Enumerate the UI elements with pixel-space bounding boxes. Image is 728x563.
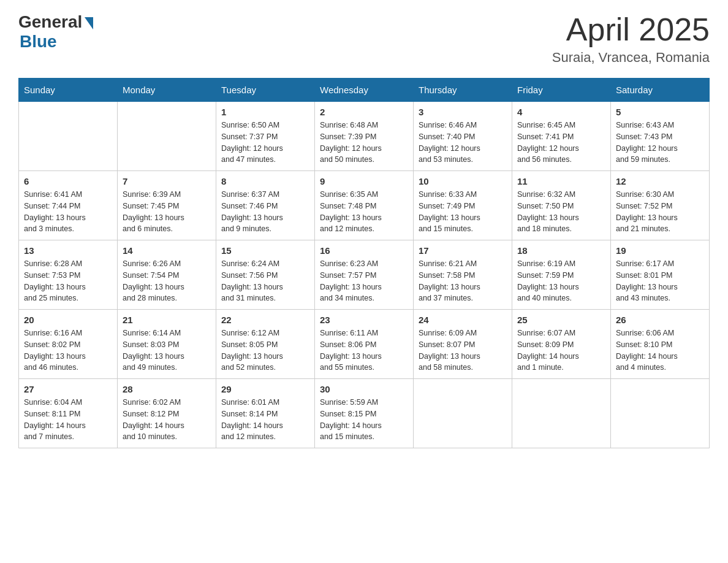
day-number: 5 [616, 107, 704, 117]
calendar-cell: 18Sunrise: 6:19 AMSunset: 7:59 PMDayligh… [512, 240, 611, 310]
day-number: 8 [221, 176, 309, 186]
day-number: 9 [320, 176, 408, 186]
day-number: 30 [320, 384, 408, 394]
day-number: 29 [221, 384, 309, 394]
calendar-header-friday: Friday [512, 79, 611, 102]
day-info: Sunrise: 5:59 AMSunset: 8:15 PMDaylight:… [320, 397, 408, 443]
day-info: Sunrise: 6:32 AMSunset: 7:50 PMDaylight:… [517, 189, 605, 235]
day-number: 15 [221, 245, 309, 256]
calendar-cell [414, 379, 512, 448]
calendar-cell: 6Sunrise: 6:41 AMSunset: 7:44 PMDaylight… [19, 171, 118, 240]
day-info: Sunrise: 6:02 AMSunset: 8:12 PMDaylight:… [123, 397, 211, 443]
day-info: Sunrise: 6:45 AMSunset: 7:41 PMDaylight:… [517, 120, 605, 166]
calendar-cell [512, 379, 611, 448]
day-info: Sunrise: 6:26 AMSunset: 7:54 PMDaylight:… [123, 258, 211, 304]
day-number: 27 [24, 384, 112, 394]
calendar-cell: 3Sunrise: 6:46 AMSunset: 7:40 PMDaylight… [414, 102, 512, 171]
calendar-cell: 28Sunrise: 6:02 AMSunset: 8:12 PMDayligh… [118, 379, 216, 448]
calendar-cell: 12Sunrise: 6:30 AMSunset: 7:52 PMDayligh… [611, 171, 710, 240]
day-number: 1 [221, 107, 309, 117]
calendar-header-monday: Monday [118, 79, 216, 102]
calendar-cell: 25Sunrise: 6:07 AMSunset: 8:09 PMDayligh… [512, 310, 611, 379]
calendar-header-wednesday: Wednesday [315, 79, 414, 102]
calendar-cell [118, 102, 216, 171]
calendar-cell [19, 102, 118, 171]
calendar-header-saturday: Saturday [611, 79, 710, 102]
calendar-header-row: SundayMondayTuesdayWednesdayThursdayFrid… [19, 79, 710, 102]
location-text: Suraia, Vrancea, Romania [552, 50, 710, 66]
calendar-cell [611, 379, 710, 448]
day-info: Sunrise: 6:04 AMSunset: 8:11 PMDaylight:… [24, 397, 112, 443]
day-info: Sunrise: 6:19 AMSunset: 7:59 PMDaylight:… [517, 258, 605, 304]
calendar-cell: 21Sunrise: 6:14 AMSunset: 8:03 PMDayligh… [118, 310, 216, 379]
calendar-header-tuesday: Tuesday [216, 79, 315, 102]
day-info: Sunrise: 6:48 AMSunset: 7:39 PMDaylight:… [320, 120, 408, 166]
day-info: Sunrise: 6:24 AMSunset: 7:56 PMDaylight:… [221, 258, 309, 304]
calendar-cell: 19Sunrise: 6:17 AMSunset: 8:01 PMDayligh… [611, 240, 710, 310]
day-number: 26 [616, 315, 704, 325]
day-number: 14 [123, 245, 211, 256]
calendar-cell: 26Sunrise: 6:06 AMSunset: 8:10 PMDayligh… [611, 310, 710, 379]
day-number: 21 [123, 315, 211, 325]
day-info: Sunrise: 6:50 AMSunset: 7:37 PMDaylight:… [221, 120, 309, 166]
day-number: 13 [24, 245, 112, 256]
calendar-cell: 23Sunrise: 6:11 AMSunset: 8:06 PMDayligh… [315, 310, 414, 379]
calendar-cell: 22Sunrise: 6:12 AMSunset: 8:05 PMDayligh… [216, 310, 315, 379]
calendar-cell: 1Sunrise: 6:50 AMSunset: 7:37 PMDaylight… [216, 102, 315, 171]
calendar-cell: 11Sunrise: 6:32 AMSunset: 7:50 PMDayligh… [512, 171, 611, 240]
day-number: 16 [320, 245, 408, 256]
logo-general-text: General [18, 12, 82, 32]
logo-arrow-icon [85, 17, 93, 29]
calendar-cell: 10Sunrise: 6:33 AMSunset: 7:49 PMDayligh… [414, 171, 512, 240]
day-number: 6 [24, 176, 112, 186]
day-info: Sunrise: 6:11 AMSunset: 8:06 PMDaylight:… [320, 327, 408, 373]
calendar-cell: 7Sunrise: 6:39 AMSunset: 7:45 PMDaylight… [118, 171, 216, 240]
calendar-cell: 15Sunrise: 6:24 AMSunset: 7:56 PMDayligh… [216, 240, 315, 310]
day-info: Sunrise: 6:30 AMSunset: 7:52 PMDaylight:… [616, 189, 704, 235]
day-number: 12 [616, 176, 704, 186]
logo-blue-text: Blue [20, 32, 57, 52]
day-number: 3 [419, 107, 507, 117]
day-number: 7 [123, 176, 211, 186]
calendar-cell: 9Sunrise: 6:35 AMSunset: 7:48 PMDaylight… [315, 171, 414, 240]
day-number: 25 [517, 315, 605, 325]
calendar-week-row: 1Sunrise: 6:50 AMSunset: 7:37 PMDaylight… [19, 102, 710, 171]
calendar-week-row: 27Sunrise: 6:04 AMSunset: 8:11 PMDayligh… [19, 379, 710, 448]
day-number: 20 [24, 315, 112, 325]
day-number: 22 [221, 315, 309, 325]
day-info: Sunrise: 6:33 AMSunset: 7:49 PMDaylight:… [419, 189, 507, 235]
day-info: Sunrise: 6:35 AMSunset: 7:48 PMDaylight:… [320, 189, 408, 235]
calendar-week-row: 20Sunrise: 6:16 AMSunset: 8:02 PMDayligh… [19, 310, 710, 379]
calendar-cell: 20Sunrise: 6:16 AMSunset: 8:02 PMDayligh… [19, 310, 118, 379]
day-info: Sunrise: 6:12 AMSunset: 8:05 PMDaylight:… [221, 327, 309, 373]
calendar-cell: 5Sunrise: 6:43 AMSunset: 7:43 PMDaylight… [611, 102, 710, 171]
day-info: Sunrise: 6:23 AMSunset: 7:57 PMDaylight:… [320, 258, 408, 304]
calendar-cell: 4Sunrise: 6:45 AMSunset: 7:41 PMDaylight… [512, 102, 611, 171]
day-number: 10 [419, 176, 507, 186]
calendar-cell: 29Sunrise: 6:01 AMSunset: 8:14 PMDayligh… [216, 379, 315, 448]
day-info: Sunrise: 6:01 AMSunset: 8:14 PMDaylight:… [221, 397, 309, 443]
day-info: Sunrise: 6:43 AMSunset: 7:43 PMDaylight:… [616, 120, 704, 166]
day-info: Sunrise: 6:21 AMSunset: 7:58 PMDaylight:… [419, 258, 507, 304]
day-info: Sunrise: 6:28 AMSunset: 7:53 PMDaylight:… [24, 258, 112, 304]
calendar-cell: 27Sunrise: 6:04 AMSunset: 8:11 PMDayligh… [19, 379, 118, 448]
day-info: Sunrise: 6:09 AMSunset: 8:07 PMDaylight:… [419, 327, 507, 373]
calendar-cell: 8Sunrise: 6:37 AMSunset: 7:46 PMDaylight… [216, 171, 315, 240]
month-title: April 2025 [552, 12, 710, 47]
day-number: 17 [419, 245, 507, 256]
day-number: 24 [419, 315, 507, 325]
day-info: Sunrise: 6:06 AMSunset: 8:10 PMDaylight:… [616, 327, 704, 373]
day-info: Sunrise: 6:17 AMSunset: 8:01 PMDaylight:… [616, 258, 704, 304]
logo: General Blue [18, 12, 93, 52]
day-info: Sunrise: 6:46 AMSunset: 7:40 PMDaylight:… [419, 120, 507, 166]
day-info: Sunrise: 6:37 AMSunset: 7:46 PMDaylight:… [221, 189, 309, 235]
page-header: General Blue April 2025 Suraia, Vrancea,… [18, 12, 710, 66]
day-number: 2 [320, 107, 408, 117]
calendar-cell: 13Sunrise: 6:28 AMSunset: 7:53 PMDayligh… [19, 240, 118, 310]
day-number: 18 [517, 245, 605, 256]
title-section: April 2025 Suraia, Vrancea, Romania [552, 12, 710, 66]
day-number: 11 [517, 176, 605, 186]
calendar-header-thursday: Thursday [414, 79, 512, 102]
calendar-week-row: 13Sunrise: 6:28 AMSunset: 7:53 PMDayligh… [19, 240, 710, 310]
day-info: Sunrise: 6:07 AMSunset: 8:09 PMDaylight:… [517, 327, 605, 373]
